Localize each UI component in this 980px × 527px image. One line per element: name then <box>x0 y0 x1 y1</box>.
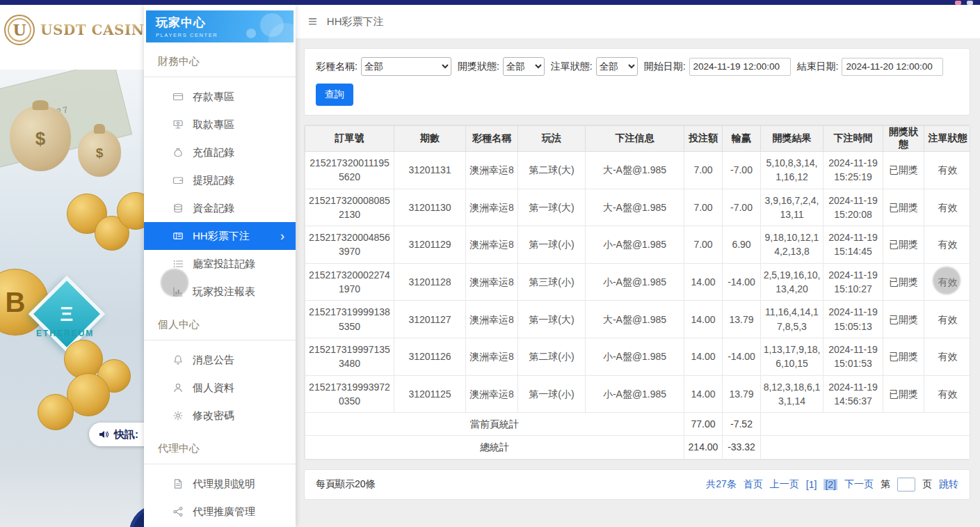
jump-button[interactable]: 跳转 <box>939 478 958 491</box>
table-cell: 大-A盤@1.985 <box>586 189 684 226</box>
sidebar-item-player-bet-report[interactable]: 玩家投注報表 <box>144 278 296 306</box>
summary-row: 當前頁統計77.00-7.52 <box>305 413 971 436</box>
sidebar-item-label: 資金記錄 <box>193 202 234 215</box>
table-cell: 已開獎 <box>883 301 924 338</box>
draw-status-select[interactable]: 全部 <box>503 57 545 76</box>
bet-records-table-card: 訂單號期數彩種名稱玩法下注信息投注額輸赢開獎結果下注時間開獎狀態注單狀態 215… <box>304 125 970 460</box>
sidebar-item-label: 消息公告 <box>193 354 234 367</box>
table-cell: 2152173200048563970 <box>305 226 394 264</box>
browser-extension-icon-2[interactable] <box>967 1 973 5</box>
report-chart-icon <box>172 286 184 297</box>
table-cell: 有效 <box>924 263 971 301</box>
table-cell: 有效 <box>924 338 971 375</box>
table-cell: 31201129 <box>394 226 466 264</box>
table-cell: 14.00 <box>684 375 723 413</box>
summary-bet-total: 77.00 <box>684 413 723 436</box>
table-cell: 2152173200111955620 <box>305 152 394 189</box>
table-cell: 2024-11-19 15:01:53 <box>824 338 883 375</box>
menu-toggle-icon[interactable]: ≡ <box>308 14 317 29</box>
summary-winloss-total: -7.52 <box>723 413 761 436</box>
table-cell: 澳洲幸运8 <box>466 152 518 189</box>
table-cell: 已開獎 <box>883 263 924 301</box>
column-header: 開獎狀態 <box>883 126 924 152</box>
table-cell: 2,5,19,16,10,13,4,20 <box>761 263 824 301</box>
end-date-label: 結束日期: <box>797 61 839 73</box>
background-area: U USDT CASINO KB4627 $ $ B Ξ ETHEREUM 快訊… <box>0 5 144 527</box>
bubble-decor <box>260 13 284 37</box>
search-button[interactable]: 查詢 <box>316 84 353 106</box>
order-status-label: 注單狀態: <box>551 61 593 73</box>
sidebar-item-label: 提現記錄 <box>193 174 234 187</box>
table-cell: 1,13,17,9,18,6,10,15 <box>761 338 824 375</box>
money-bag-graphic: $ <box>10 106 71 171</box>
jump-page-input[interactable] <box>897 478 915 491</box>
prev-page-link[interactable]: 上一页 <box>770 478 799 491</box>
lottery-name-select[interactable]: 全部 <box>361 57 451 76</box>
table-cell: 31201130 <box>394 189 466 226</box>
sidebar-item-label: 廳室投註記錄 <box>193 258 255 271</box>
sidebar-item-profile[interactable]: 個人資料 <box>144 374 296 402</box>
table-cell: 小-A盤@1.985 <box>586 263 684 301</box>
table-cell: 31201125 <box>394 375 466 413</box>
start-date-input[interactable] <box>689 58 791 76</box>
sidebar-item-deposit[interactable]: 存款專區 <box>144 83 296 111</box>
order-status-select[interactable]: 全部 <box>596 57 638 76</box>
table-cell: 已開獎 <box>883 226 924 264</box>
filter-panel: 彩種名稱: 全部 開獎狀態: 全部 注單狀態: 全部 開始日期: 結束日期: <box>304 48 970 116</box>
news-ticker-label: 快訊: <box>114 428 138 441</box>
table-cell: 澳洲幸运8 <box>466 189 518 226</box>
news-ticker: 快訊: <box>89 423 144 446</box>
table-cell: 有效 <box>924 226 971 264</box>
summary-winloss-total: -33.32 <box>723 436 761 459</box>
table-cell: 第一球(小) <box>518 226 586 264</box>
table-cell: 澳洲幸运8 <box>466 263 518 301</box>
table-cell: 14.00 <box>684 301 723 338</box>
brand-logo[interactable]: U USDT CASINO <box>0 5 144 48</box>
sidebar-item-hh-lottery-bets[interactable]: HH彩票下注› <box>144 222 296 250</box>
table-cell: 31201127 <box>394 301 466 338</box>
page-link-1[interactable]: [1] <box>806 479 817 490</box>
main-topbar: ≡ HH彩票下注 <box>296 5 980 38</box>
table-cell: 31201128 <box>394 263 466 301</box>
sidebar-item-hall-bet-records[interactable]: 廳室投註記錄 <box>144 250 296 278</box>
table-cell: 2152173200080852130 <box>305 189 394 226</box>
sidebar-item-agent-promotion[interactable]: 代理推廣管理 <box>144 498 296 526</box>
sidebar-item-change-password[interactable]: 修改密碼 <box>144 402 296 430</box>
column-header: 期數 <box>394 126 466 152</box>
sidebar-item-label: 玩家投注報表 <box>193 285 255 299</box>
table-cell: 11,16,4,14,17,8,5,3 <box>761 301 824 338</box>
table-cell: 5,10,8,3,14,1,16,12 <box>761 152 824 189</box>
table-cell: 第一球(大) <box>518 301 586 338</box>
page-link-2-current[interactable]: [2] <box>824 479 837 490</box>
summary-label: 當前頁統計 <box>305 413 684 436</box>
table-cell: 大-A盤@1.985 <box>586 152 684 189</box>
next-page-link[interactable]: 下一页 <box>844 478 874 491</box>
table-cell: 第二球(小) <box>518 338 586 375</box>
column-header: 玩法 <box>518 126 586 152</box>
sidebar-item-withdraw[interactable]: 取款專區 <box>144 111 296 139</box>
sidebar-item-agent-rules[interactable]: 代理規則說明 <box>144 470 296 498</box>
table-cell: 澳洲幸运8 <box>466 301 518 338</box>
bubble-decor <box>246 29 256 38</box>
brand-name: USDT CASINO <box>40 22 144 38</box>
end-date-input[interactable] <box>842 58 943 76</box>
sidebar-item-label: 代理規則說明 <box>193 478 255 491</box>
table-cell: 2152173200022741970 <box>305 263 394 301</box>
sidebar-item-announcements[interactable]: 消息公告 <box>144 346 296 374</box>
table-row: 215217319999138535031201127澳洲幸运8第一球(大)大-… <box>305 301 971 338</box>
table-cell: 第二球(大) <box>518 152 586 189</box>
table-cell: 2152173199971353480 <box>305 338 394 375</box>
jump-prefix-label: 第 <box>881 478 890 491</box>
browser-extension-icon[interactable] <box>955 1 961 5</box>
table-cell: 2024-11-19 14:56:37 <box>824 375 883 413</box>
sidebar-item-recharge-records[interactable]: 充值記錄 <box>144 139 296 166</box>
table-cell: 3,9,16,7,2,4,13,11 <box>761 189 824 226</box>
table-cell: 已開獎 <box>883 152 924 189</box>
first-page-link[interactable]: 首页 <box>744 478 763 491</box>
pagination-controls: 共27条 首页 上一页 [1] [2] 下一页 第 页 跳转 <box>706 478 958 491</box>
sidebar-item-fund-records[interactable]: 資金記錄 <box>144 194 296 222</box>
table-cell: 7.00 <box>684 189 723 226</box>
column-header: 下注時間 <box>824 126 883 152</box>
sidebar-item-withdrawal-records[interactable]: 提現記錄 <box>144 166 296 194</box>
sidebar: 玩家中心 PLAYERS CENTER 財務中心存款專區取款專區充值記錄提現記錄… <box>144 5 296 527</box>
